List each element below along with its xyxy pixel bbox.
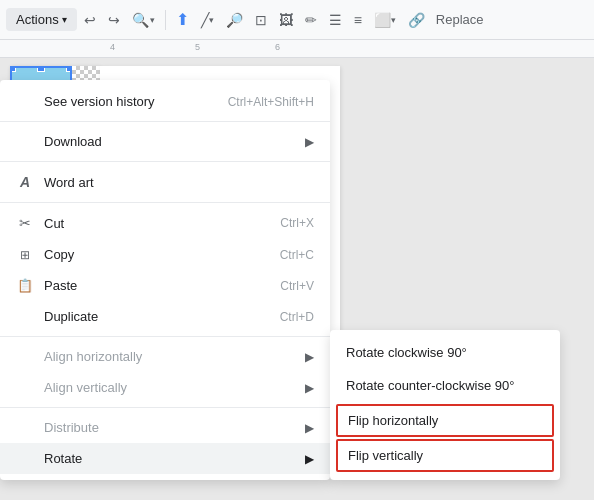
align-h-arrow-icon: ▶ [305,350,314,364]
actions-label: Actions [16,12,59,27]
download-arrow-icon: ▶ [305,135,314,149]
zoom-button[interactable]: 🔍 ▾ [127,8,160,32]
separator-1 [165,10,166,30]
menu-item-copy[interactable]: ⊞ Copy Ctrl+C [0,239,330,270]
copy-icon: ⊞ [16,248,34,262]
menu-label-version-history: See version history [44,94,155,109]
menu-item-cut[interactable]: ✂ Cut Ctrl+X [0,207,330,239]
menu-label-word-art: Word art [44,175,94,190]
flip-v-label: Flip vertically [348,448,423,463]
main-area: 4 5 6 [0,40,594,500]
menu-label-paste: Paste [44,278,77,293]
actions-dropdown-menu: See version history Ctrl+Alt+Shift+H Dow… [0,80,330,480]
align-tool-button[interactable]: ☰ [324,8,347,32]
submenu-item-rotate-ccw[interactable]: Rotate counter-clockwise 90° [330,369,560,402]
ruler-5: 5 [195,42,200,52]
paste-icon: 📋 [16,278,34,293]
menu-item-distribute[interactable]: Distribute ▶ [0,412,330,443]
menu-item-download[interactable]: Download ▶ [0,126,330,157]
cut-icon: ✂ [16,215,34,231]
pencil-tool-button[interactable]: ✏ [300,8,322,32]
actions-dropdown-icon: ▾ [62,14,67,25]
line-arrow-icon: ▾ [209,15,214,25]
menu-label-rotate: Rotate [44,451,82,466]
menu-item-align-vertically[interactable]: Align vertically ▶ [0,372,330,403]
menu-label-cut: Cut [44,216,64,231]
submenu-item-flip-h[interactable]: Flip horizontally [336,404,554,437]
ruler-6: 6 [275,42,280,52]
shortcut-paste: Ctrl+V [280,279,314,293]
menu-label-duplicate: Duplicate [44,309,98,324]
submenu-item-rotate-cw[interactable]: Rotate clockwise 90° [330,336,560,369]
menu-item-rotate[interactable]: Rotate ▶ Rotate clockwise 90° Rotate cou… [0,443,330,474]
link-tool-button[interactable]: 🔗 [403,8,430,32]
handle-tl[interactable] [10,66,16,72]
divider-1 [0,121,330,122]
actions-button[interactable]: Actions ▾ [6,8,77,31]
menu-item-version-history[interactable]: See version history Ctrl+Alt+Shift+H [0,86,330,117]
crop2-arrow-icon: ▾ [391,15,396,25]
image-tool-button[interactable]: 🖼 [274,8,298,32]
rotate-arrow-icon: ▶ [305,452,314,466]
distribute-arrow-icon: ▶ [305,421,314,435]
divider-4 [0,336,330,337]
menu-label-distribute: Distribute [44,420,99,435]
rotate-cw-label: Rotate clockwise 90° [346,345,467,360]
flip-h-label: Flip horizontally [348,413,438,428]
menu-label-download: Download [44,134,102,149]
handle-tm[interactable] [37,66,45,72]
zoom-icon: 🔍 [132,12,149,28]
undo-button[interactable]: ↩ [79,8,101,32]
shortcut-cut: Ctrl+X [280,216,314,230]
menu-item-word-art[interactable]: A Word art [0,166,330,198]
word-art-icon: A [16,174,34,190]
crop2-tool-button[interactable]: ⬜ ▾ [369,8,401,32]
ruler-4: 4 [110,42,115,52]
menu-label-align-vertically: Align vertically [44,380,127,395]
crop-tool-button[interactable]: ⊡ [250,8,272,32]
shortcut-version-history: Ctrl+Alt+Shift+H [228,95,314,109]
ruler: 4 5 6 [0,40,594,58]
select-tool-button[interactable]: ⬆ [171,6,194,33]
list-tool-button[interactable]: ≡ [349,8,367,32]
rotate-submenu: Rotate clockwise 90° Rotate counter-cloc… [330,330,560,480]
toolbar: Actions ▾ ↩ ↪ 🔍 ▾ ⬆ ╱ ▾ 🔎 ⊡ 🖼 ✏ ☰ ≡ ⬜ ▾ … [0,0,594,40]
menu-item-align-horizontally[interactable]: Align horizontally ▶ [0,341,330,372]
search-tool-button[interactable]: 🔎 [221,8,248,32]
align-v-arrow-icon: ▶ [305,381,314,395]
divider-5 [0,407,330,408]
shortcut-duplicate: Ctrl+D [280,310,314,324]
menu-label-copy: Copy [44,247,74,262]
submenu-item-flip-v[interactable]: Flip vertically [336,439,554,472]
rotate-ccw-label: Rotate counter-clockwise 90° [346,378,515,393]
replace-label: Replace [436,12,484,27]
menu-item-paste[interactable]: 📋 Paste Ctrl+V [0,270,330,301]
line-tool-button[interactable]: ╱ ▾ [196,8,219,32]
divider-2 [0,161,330,162]
menu-item-duplicate[interactable]: Duplicate Ctrl+D [0,301,330,332]
zoom-arrow-icon: ▾ [150,15,155,25]
divider-3 [0,202,330,203]
menu-label-align-horizontally: Align horizontally [44,349,142,364]
shortcut-copy: Ctrl+C [280,248,314,262]
redo-button[interactable]: ↪ [103,8,125,32]
